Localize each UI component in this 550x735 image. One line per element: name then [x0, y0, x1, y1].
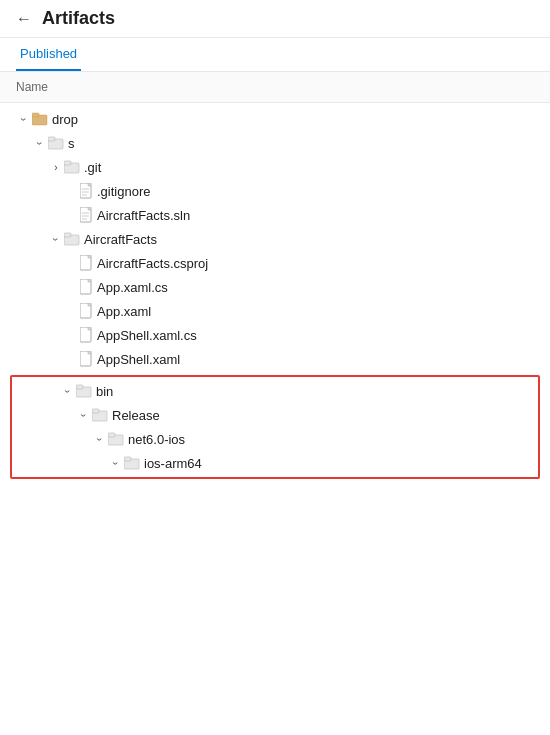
item-label: ios-arm64: [144, 456, 202, 471]
folder-icon: [92, 408, 108, 422]
tree-row[interactable]: ios-arm64: [12, 451, 538, 475]
tree-row[interactable]: AppShell.xaml.cs: [0, 323, 550, 347]
file-icon: [80, 303, 93, 319]
item-label: s: [68, 136, 75, 151]
file-icon: [80, 255, 93, 271]
tree-row[interactable]: .gitignore: [0, 179, 550, 203]
folder-icon: [76, 384, 92, 398]
svg-rect-1: [32, 113, 39, 117]
file-icon: [80, 183, 93, 199]
item-label: bin: [96, 384, 113, 399]
main-content: Name drop s: [0, 72, 550, 487]
toggle-icon[interactable]: [76, 407, 92, 423]
tab-published[interactable]: Published: [16, 38, 81, 71]
file-icon: [80, 327, 93, 343]
item-label: AppShell.xaml: [97, 352, 180, 367]
tree-row[interactable]: net6.0-ios: [12, 427, 538, 451]
svg-rect-22: [76, 385, 83, 389]
header: ← Artifacts: [0, 0, 550, 38]
tree-row[interactable]: AppShell.xaml: [0, 347, 550, 371]
svg-rect-28: [124, 457, 131, 461]
folder-icon: [64, 232, 80, 246]
column-header-name: Name: [0, 72, 550, 103]
svg-rect-5: [64, 161, 71, 165]
folder-icon: [64, 160, 80, 174]
item-label: AircraftFacts.sln: [97, 208, 190, 223]
toggle-icon[interactable]: [32, 135, 48, 151]
svg-rect-26: [108, 433, 115, 437]
tree-row[interactable]: drop: [0, 107, 550, 131]
item-label: Release: [112, 408, 160, 423]
tree-row[interactable]: .git: [0, 155, 550, 179]
toggle-icon[interactable]: [16, 111, 32, 127]
highlight-box: bin Release: [10, 375, 540, 479]
toggle-icon[interactable]: [48, 159, 64, 175]
item-label: AircraftFacts: [84, 232, 157, 247]
item-label: drop: [52, 112, 78, 127]
file-icon: [80, 279, 93, 295]
folder-icon: [48, 136, 64, 150]
svg-rect-15: [64, 233, 71, 237]
tree-row[interactable]: s: [0, 131, 550, 155]
item-label: App.xaml: [97, 304, 151, 319]
file-tree: drop s: [0, 103, 550, 487]
toggle-icon[interactable]: [92, 431, 108, 447]
tree-row[interactable]: AircraftFacts.csproj: [0, 251, 550, 275]
item-label: net6.0-ios: [128, 432, 185, 447]
folder-icon: [124, 456, 140, 470]
toggle-icon[interactable]: [60, 383, 76, 399]
page-title: Artifacts: [42, 8, 115, 29]
svg-rect-3: [48, 137, 55, 141]
item-label: AircraftFacts.csproj: [97, 256, 208, 271]
file-icon: [80, 207, 93, 223]
folder-icon: [108, 432, 124, 446]
item-label: App.xaml.cs: [97, 280, 168, 295]
svg-rect-24: [92, 409, 99, 413]
item-label: .git: [84, 160, 101, 175]
tree-row[interactable]: App.xaml.cs: [0, 275, 550, 299]
toggle-icon[interactable]: [48, 231, 64, 247]
item-label: .gitignore: [97, 184, 150, 199]
toggle-icon[interactable]: [108, 455, 124, 471]
item-label: AppShell.xaml.cs: [97, 328, 197, 343]
tree-row[interactable]: bin: [12, 379, 538, 403]
tree-row[interactable]: App.xaml: [0, 299, 550, 323]
tree-row[interactable]: AircraftFacts.sln: [0, 203, 550, 227]
tree-row[interactable]: Release: [12, 403, 538, 427]
file-icon: [80, 351, 93, 367]
tree-row[interactable]: AircraftFacts: [0, 227, 550, 251]
folder-icon: [32, 112, 48, 126]
back-button[interactable]: ←: [16, 10, 32, 28]
back-arrow-icon: ←: [16, 10, 32, 28]
tabs-bar: Published: [0, 38, 550, 72]
